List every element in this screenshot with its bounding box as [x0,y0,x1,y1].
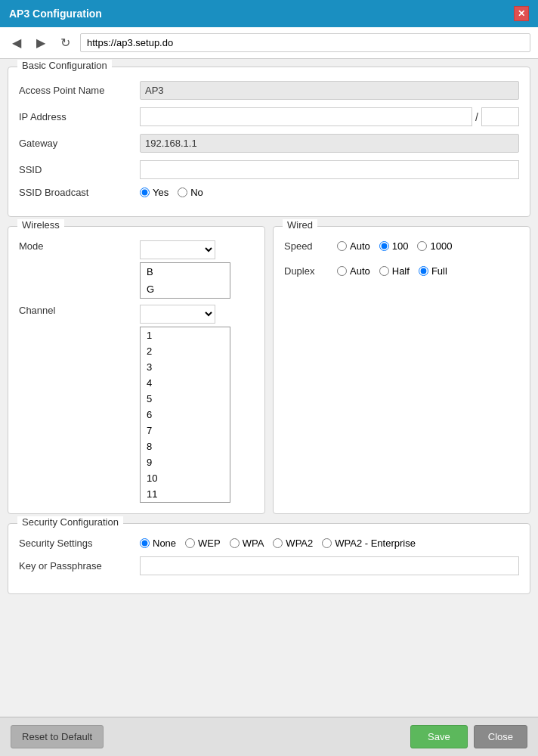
forward-button[interactable]: ▶ [32,34,50,52]
channel-2[interactable]: 2 [141,343,230,359]
ssid-broadcast-no-text: No [190,187,203,198]
security-none-radio[interactable] [140,538,150,548]
back-button[interactable]: ◀ [8,34,26,52]
channel-8[interactable]: 8 [141,438,230,454]
ssid-label: SSID [19,164,140,175]
ip-mask-input[interactable] [481,107,519,126]
speed-1000-radio[interactable] [417,241,427,251]
security-config-content: Security Settings None WEP WPA [8,524,530,593]
speed-100-radio[interactable] [379,241,389,251]
wired-title: Wired [283,219,317,231]
channel-select-container: 1 2 3 4 5 6 7 8 9 10 11 [140,305,230,503]
channel-11[interactable]: 11 [141,486,230,502]
ssid-broadcast-yes-radio[interactable] [140,187,150,197]
speed-auto-label[interactable]: Auto [337,240,370,252]
ssid-broadcast-no-radio[interactable] [178,187,187,197]
ip-address-input[interactable] [140,107,472,126]
security-wpa2-label[interactable]: WPA2 [273,538,313,549]
security-wep-radio[interactable] [185,538,195,548]
speed-100-label[interactable]: 100 [379,240,409,252]
gateway-label: Gateway [19,138,140,149]
ssid-broadcast-no-label[interactable]: No [178,187,203,198]
channel-5[interactable]: 5 [141,391,230,407]
channel-1[interactable]: 1 [141,327,230,343]
basic-config-title: Basic Configuration [17,60,112,71]
access-point-name-label: Access Point Name [19,85,140,96]
mode-dropdown: B G [140,262,230,299]
access-point-name-input[interactable] [140,81,519,100]
ssid-input[interactable] [140,160,519,179]
duplex-auto-radio[interactable] [337,266,347,276]
key-passphrase-input[interactable] [140,556,519,575]
refresh-button[interactable]: ↻ [56,34,74,52]
channel-4[interactable]: 4 [141,375,230,391]
close-button[interactable]: Close [474,725,527,748]
channel-select[interactable] [140,305,215,324]
duplex-full-label[interactable]: Full [419,265,447,277]
ssid-broadcast-yes-label[interactable]: Yes [140,187,169,198]
channel-7[interactable]: 7 [141,423,230,438]
footer-btn-group: Save Close [410,725,527,748]
security-wep-text: WEP [198,538,221,549]
gateway-row: Gateway [19,134,519,153]
duplex-half-radio[interactable] [379,266,389,276]
speed-1000-text: 1000 [430,240,452,252]
mode-select[interactable] [140,240,215,259]
security-wpa2-enterprise-text: WPA2 - Enterprise [335,538,416,549]
security-wpa-radio[interactable] [230,538,240,548]
duplex-half-label[interactable]: Half [379,265,410,277]
window-title: AP3 Configuration [9,8,102,20]
title-bar: AP3 Configuration ✕ [0,0,538,27]
mode-option-g[interactable]: G [141,280,230,298]
security-none-label[interactable]: None [140,538,176,549]
speed-1000-label[interactable]: 1000 [417,240,452,252]
mode-row: Mode B G [19,240,254,299]
save-button[interactable]: Save [410,725,468,748]
duplex-auto-label[interactable]: Auto [337,265,370,277]
security-wpa2-enterprise-label[interactable]: WPA2 - Enterprise [322,538,416,549]
security-config-section: Security Configuration Security Settings… [8,523,530,594]
speed-row: Speed Auto 100 [284,240,519,252]
key-passphrase-label: Key or Passphrase [19,560,140,572]
access-point-name-row: Access Point Name [19,81,519,100]
wired-content: Speed Auto 100 [274,227,530,301]
security-wpa-text: WPA [243,538,264,549]
nav-bar: ◀ ▶ ↻ [0,27,538,59]
ssid-broadcast-label: SSID Broadcast [19,187,140,198]
duplex-half-text: Half [392,265,410,277]
security-settings-group: None WEP WPA WPA2 [140,538,416,549]
channel-6[interactable]: 6 [141,407,230,423]
ssid-broadcast-yes-text: Yes [153,187,169,198]
security-wpa2-enterprise-radio[interactable] [322,538,332,548]
window-close-button[interactable]: ✕ [514,6,529,21]
security-wep-label[interactable]: WEP [185,538,221,549]
security-wpa-label[interactable]: WPA [230,538,264,549]
gateway-input[interactable] [140,134,519,153]
mode-label: Mode [19,240,140,252]
security-wpa2-radio[interactable] [273,538,283,548]
channel-10[interactable]: 10 [141,470,230,486]
security-settings-row: Security Settings None WEP WPA [19,538,519,549]
ip-address-row: IP Address / [19,107,519,126]
duplex-full-radio[interactable] [419,266,428,276]
content-area: Basic Configuration Access Point Name IP… [0,59,538,717]
duplex-label: Duplex [284,265,337,277]
channel-9[interactable]: 9 [141,454,230,470]
wireless-section: Wireless Mode B G [8,226,265,514]
mode-option-b[interactable]: B [141,263,230,280]
channel-label: Channel [19,305,140,316]
ssid-broadcast-row: SSID Broadcast Yes No [19,187,519,198]
security-config-title: Security Configuration [17,516,123,528]
security-none-text: None [153,538,176,549]
speed-auto-radio[interactable] [337,241,347,251]
channel-3[interactable]: 3 [141,359,230,375]
channel-dropdown: 1 2 3 4 5 6 7 8 9 10 11 [140,327,230,503]
ip-slash: / [475,111,478,123]
address-bar[interactable] [80,33,530,52]
security-settings-label: Security Settings [19,538,140,549]
duplex-row: Duplex Auto Half [284,265,519,277]
basic-config-section: Basic Configuration Access Point Name IP… [8,67,530,217]
main-window: AP3 Configuration ✕ ◀ ▶ ↻ Basic Configur… [0,0,538,756]
ssid-row: SSID [19,160,519,179]
reset-button[interactable]: Reset to Default [11,725,104,748]
